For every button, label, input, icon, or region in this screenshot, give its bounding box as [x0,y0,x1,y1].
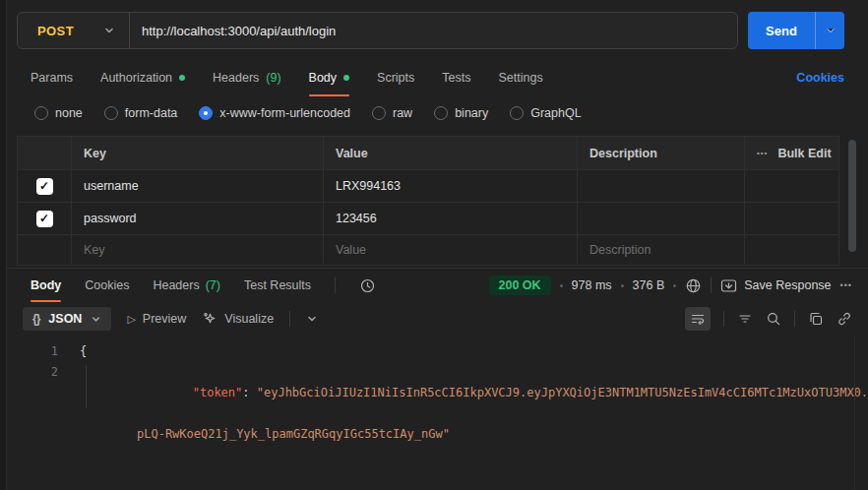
tab-tests[interactable]: Tests [442,59,470,96]
tab-scripts[interactable]: Scripts [377,59,414,96]
code-line: 1 { [7,341,868,362]
radio-graphql[interactable]: GraphQL [510,106,581,120]
radio-binary[interactable]: binary [434,106,488,120]
tab-authorization[interactable]: Authorization [100,59,185,96]
response-toolbar: {} JSON ▷ Preview [7,302,868,336]
row-checkbox-checked[interactable]: ✓ [36,178,53,195]
search-icon[interactable] [766,311,781,327]
response-tab-test-results[interactable]: Test Results [244,269,311,302]
response-tabs-row: Body Cookies Headers (7) Test Results [7,269,868,302]
divider [723,311,724,327]
cookies-link[interactable]: Cookies [796,71,844,85]
bulk-edit-button[interactable]: Bulk Edit [777,147,831,160]
response-tab-cookies[interactable]: Cookies [85,269,129,302]
send-button[interactable]: Send [748,12,815,49]
dot-separator [673,284,676,287]
value-placeholder-cell[interactable]: Value [323,235,577,265]
format-label: JSON [48,312,82,326]
postman-window: POST Send Params [0,0,868,490]
save-response-icon [720,278,737,293]
request-tabs: Params Authorization Headers (9) Body Sc… [7,59,868,96]
headers-count: (9) [266,71,280,85]
response-body-editor: 1 { 2 "token": "eyJhbGciOiJIUzI1NiIsInR5… [7,336,868,490]
url-input[interactable] [130,24,737,38]
json-key: "token" [193,386,243,399]
response-meta: 200 OK 978 ms 376 B [489,276,852,295]
copy-icon[interactable] [808,311,824,327]
radio-form-data[interactable]: form-data [104,106,178,120]
response-view-chevron-icon[interactable] [306,313,318,325]
response-time: 978 ms [572,278,612,292]
line-number: 2 [7,362,58,486]
response-format-select[interactable]: {} JSON [23,307,111,331]
table-empty-row: Key Value Description [18,235,838,265]
response-more-options-icon[interactable]: ••• [840,280,852,290]
tab-headers[interactable]: Headers (9) [213,59,281,96]
response-pane: Body Cookies Headers (7) Test Results [7,269,868,490]
key-placeholder-cell[interactable]: Key [71,235,323,265]
radio-icon [434,106,448,120]
json-string-value: "eyJhbGciOiJIUzI1NiIsInR5cCI6IkpXVCJ9.ey… [257,386,868,399]
key-cell[interactable]: username [71,170,323,202]
row-actions-cell [744,203,838,234]
table-header-row: Key Value Description ••• Bulk Edit [18,137,838,170]
row-checkbox-checked[interactable]: ✓ [36,211,53,227]
value-cell[interactable]: 123456 [323,203,577,234]
bulk-edit-cell: ••• Bulk Edit [744,137,838,169]
response-tab-headers[interactable]: Headers (7) [153,269,220,302]
check-icon: ✓ [39,179,49,193]
visualize-sparkle-icon [202,311,217,327]
editor-toolbar-right [685,307,852,331]
value-cell[interactable]: LRX994163 [323,170,577,202]
status-badge: 200 OK [489,276,551,295]
chevron-down-icon [103,25,115,36]
divider [711,277,712,293]
key-cell[interactable]: password [71,203,323,234]
wrap-text-icon[interactable] [685,307,711,331]
editor-border [854,336,855,490]
value-column-header: Value [323,137,577,169]
tab-params[interactable]: Params [31,59,73,96]
response-tab-body[interactable]: Body [31,269,61,302]
radio-selected-icon [199,106,213,120]
line-number: 1 [7,341,58,362]
main-content: POST Send Params [7,0,868,490]
tab-settings[interactable]: Settings [498,59,542,96]
more-options-icon[interactable]: ••• [757,149,768,157]
filter-icon[interactable] [737,311,753,327]
dot-separator [560,284,563,287]
network-globe-icon[interactable] [685,277,702,294]
json-colon: : [242,386,256,399]
description-column-header: Description [577,137,744,169]
send-button-group: Send [748,12,844,49]
radio-raw[interactable]: raw [372,106,412,120]
radio-icon [372,106,386,120]
radio-x-www-form-urlencoded[interactable]: x-www-form-urlencoded [199,106,350,120]
dot-separator [621,284,624,287]
send-options-button[interactable] [815,12,844,49]
description-placeholder-cell[interactable]: Description [577,235,744,265]
request-url-row: POST Send [7,0,868,59]
description-cell[interactable] [577,170,744,202]
divider [794,311,795,327]
urlencoded-params-table: Key Value Description ••• Bulk Edit ✓ us… [17,136,839,266]
radio-none[interactable]: none [34,106,83,120]
save-response-button[interactable]: Save Response [720,278,831,293]
link-icon[interactable] [837,311,852,327]
visualize-button[interactable]: Visualize [202,311,274,327]
radio-icon [510,106,524,120]
green-dot-icon [343,75,349,81]
url-bar: POST [17,12,738,49]
divider [289,311,290,327]
tab-body[interactable]: Body [309,59,350,96]
indent-guide [86,365,87,408]
response-history-icon[interactable] [359,277,376,294]
description-cell[interactable] [577,203,744,234]
code-line: 3 [7,486,868,490]
key-column-header: Key [71,137,323,169]
checkbox-column-header [18,137,71,169]
params-scrollbar-thumb[interactable] [848,140,856,252]
method-select[interactable]: POST [18,13,129,48]
preview-button[interactable]: ▷ Preview [127,312,186,326]
response-headers-count: (7) [206,278,220,292]
